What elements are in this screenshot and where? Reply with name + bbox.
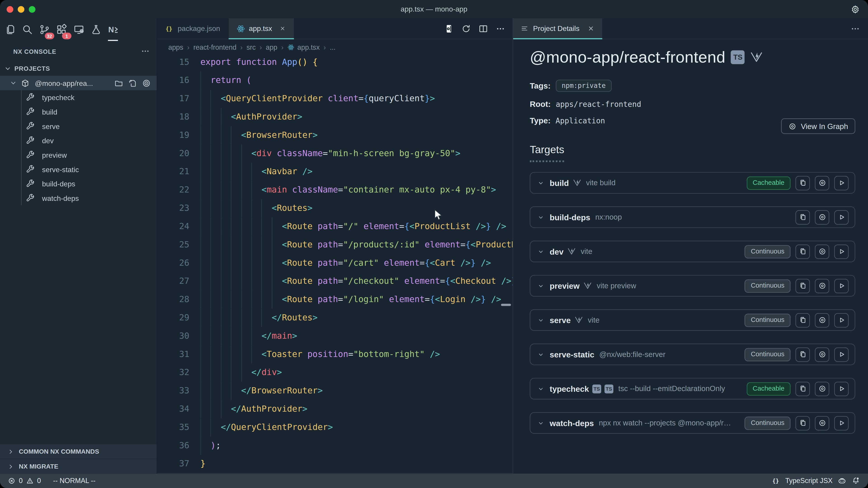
breadcrumb-item[interactable]: apps [168,43,183,51]
error-count[interactable]: 0 [19,477,23,485]
split-editor-icon[interactable] [478,24,488,33]
tab-package.json[interactable]: {}package.json [157,18,228,39]
chevron-down-icon[interactable] [537,419,545,427]
chevron-down-icon[interactable] [537,213,545,221]
run-target-button[interactable] [834,382,849,396]
target-icon[interactable] [142,78,151,88]
breadcrumb-item[interactable]: react-frontend [193,43,237,51]
activity-nx-console-icon[interactable]: N [106,22,120,37]
breadcrumb-item[interactable]: ... [330,43,336,51]
target-command: vite [581,248,592,256]
sidebar-target-serve-static[interactable]: serve-static [0,162,157,177]
sidebar-more-actions-icon[interactable] [141,46,150,56]
copilot-icon[interactable] [837,477,846,485]
view-in-graph-button[interactable] [815,416,829,430]
refresh-icon[interactable] [461,24,471,33]
notifications-bell-icon[interactable] [851,477,860,485]
minimize-window-button[interactable] [18,6,24,12]
settings-gear-icon[interactable] [850,4,860,14]
code-editor[interactable]: 15export function App() {16return (17<Qu… [157,55,513,474]
copy-task-button[interactable] [796,313,810,327]
sidebar-target-watch-deps[interactable]: watch-deps [0,191,157,205]
wrench-icon [26,179,35,188]
refresh-file-icon[interactable] [128,78,137,88]
target-card-preview[interactable]: previewvite previewContinuous [530,275,855,297]
copy-task-button[interactable] [796,244,810,259]
sidebar-target-build[interactable]: build [0,105,157,119]
view-in-graph-button[interactable] [815,176,829,190]
view-in-graph-button[interactable] [815,210,829,224]
activity-remote-window-icon[interactable] [71,22,86,37]
view-in-graph-button[interactable]: View In Graph [781,119,855,134]
sidebar-section-nx-migrate[interactable]: NX MIGRATE [0,459,157,474]
view-in-graph-button[interactable] [815,313,829,327]
view-graph-icon [818,282,826,290]
chevron-down-icon[interactable] [537,385,545,392]
copy-task-button[interactable] [796,347,810,362]
close-window-button[interactable] [6,6,13,12]
errors-icon[interactable] [8,477,16,485]
run-target-button[interactable] [834,313,849,327]
target-name: preview [550,281,580,290]
copy-icon [799,248,807,256]
activity-source-control-icon[interactable]: 32 [37,22,52,37]
badge-cacheable: Cacheable [747,176,790,190]
sidebar-target-typecheck[interactable]: typecheck [0,90,157,105]
chevron-down-icon[interactable] [537,282,545,290]
close-icon[interactable] [279,25,286,32]
language-mode[interactable]: TypeScript JSX [785,477,833,485]
view-in-graph-button[interactable] [815,382,829,396]
target-card-build[interactable]: buildvite buildCacheable [530,172,855,194]
scrollbar-thumb[interactable] [501,304,511,306]
sidebar-project-row[interactable]: @mono-app/rea... [0,76,157,90]
target-card-watch-deps[interactable]: watch-depsnpx nx watch --projects @mono-… [530,412,855,434]
chevron-down-icon[interactable] [537,350,545,358]
copy-task-button[interactable] [796,382,810,396]
copy-task-button[interactable] [796,210,810,224]
run-target-button[interactable] [834,279,849,293]
target-card-typecheck[interactable]: typecheckTSTStsc --build --emitDeclarati… [530,378,855,400]
tab-project-details[interactable]: Project Details [513,18,602,39]
copy-task-button[interactable] [796,279,810,293]
warnings-icon[interactable] [26,477,34,485]
tab-app.tsx[interactable]: app.tsx [228,18,294,39]
run-target-button[interactable] [834,176,849,190]
run-target-button[interactable] [834,244,849,259]
remote-window-glyph [73,24,84,35]
open-project-details-icon[interactable] [444,24,454,33]
chevron-down-icon[interactable] [537,248,545,255]
view-in-graph-button[interactable] [815,244,829,259]
target-card-build-deps[interactable]: build-depsnx:noop [530,206,855,228]
chevron-down-icon[interactable] [537,316,545,324]
copy-task-button[interactable] [796,416,810,430]
run-target-button[interactable] [834,416,849,430]
warning-count[interactable]: 0 [37,477,41,485]
sidebar-target-serve[interactable]: serve [0,119,157,133]
sidebar-target-build-deps[interactable]: build-deps [0,176,157,191]
view-in-graph-button[interactable] [815,347,829,362]
target-card-serve[interactable]: serveviteContinuous [530,309,855,331]
sidebar-target-dev[interactable]: dev [0,133,157,148]
breadcrumb-item[interactable]: src [246,43,256,51]
panel-more-actions-icon[interactable] [850,24,860,33]
target-card-serve-static[interactable]: serve-static@nx/web:file-serverContinuou… [530,344,855,365]
chevron-down-icon[interactable] [537,179,545,187]
copy-task-button[interactable] [796,176,810,190]
activity-extensions-icon[interactable]: 1 [54,22,69,37]
sidebar-target-preview[interactable]: preview [0,148,157,162]
activity-files-icon[interactable] [3,22,17,37]
view-in-graph-button[interactable] [815,279,829,293]
zoom-window-button[interactable] [29,6,35,12]
close-icon[interactable] [587,24,595,33]
target-card-dev[interactable]: devviteContinuous [530,240,855,262]
run-target-button[interactable] [834,210,849,224]
more-actions-icon[interactable] [495,24,505,33]
run-target-button[interactable] [834,347,849,362]
activity-search-icon[interactable] [20,22,34,37]
activity-test-beaker-icon[interactable] [89,22,103,37]
breadcrumb-item[interactable]: app.tsx [287,43,320,51]
projects-section-header[interactable]: PROJECTS [0,61,157,76]
sidebar-section-common-nx-commands[interactable]: COMMON NX COMMANDS [0,444,157,459]
breadcrumb-item[interactable]: app [266,43,277,51]
folder-icon[interactable] [114,78,123,88]
